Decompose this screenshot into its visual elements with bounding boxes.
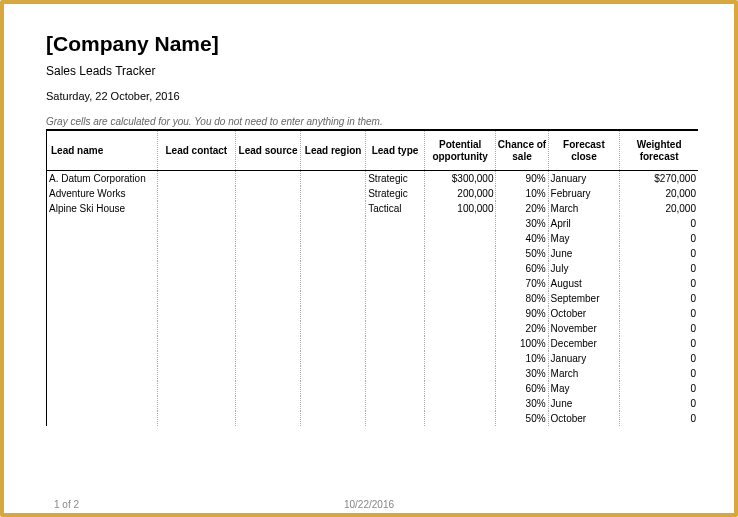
cell-forecast: June [548, 396, 620, 411]
cell-lead-source [235, 291, 300, 306]
cell-lead-contact [157, 396, 235, 411]
table-row: Alpine Ski HouseTactical100,00020%March2… [47, 201, 699, 216]
cell-lead-region [301, 186, 366, 201]
cell-weighted: 0 [620, 276, 698, 291]
cell-lead-contact [157, 306, 235, 321]
cell-lead-type [366, 276, 425, 291]
cell-potential [424, 351, 496, 366]
cell-forecast: January [548, 171, 620, 187]
page: [Company Name] Sales Leads Tracker Satur… [4, 4, 734, 513]
cell-chance: 20% [496, 321, 548, 336]
cell-weighted: 20,000 [620, 201, 698, 216]
cell-chance: 60% [496, 261, 548, 276]
cell-chance: 90% [496, 306, 548, 321]
cell-lead-contact [157, 246, 235, 261]
cell-potential [424, 411, 496, 426]
cell-lead-source [235, 276, 300, 291]
cell-lead-type: Tactical [366, 201, 425, 216]
cell-lead-type [366, 261, 425, 276]
cell-potential [424, 366, 496, 381]
cell-lead-type [366, 291, 425, 306]
cell-potential: 200,000 [424, 186, 496, 201]
table-row: 50%June0 [47, 246, 699, 261]
cell-lead-source [235, 216, 300, 231]
table-row: 30%June0 [47, 396, 699, 411]
cell-lead-source [235, 381, 300, 396]
cell-lead-region [301, 216, 366, 231]
cell-lead-type: Strategic [366, 186, 425, 201]
cell-lead-type [366, 381, 425, 396]
cell-lead-contact [157, 336, 235, 351]
cell-lead-name [47, 231, 158, 246]
col-lead-region: Lead region [301, 131, 366, 171]
cell-weighted: $270,000 [620, 171, 698, 187]
cell-chance: 70% [496, 276, 548, 291]
cell-lead-contact [157, 321, 235, 336]
cell-potential [424, 336, 496, 351]
cell-forecast: June [548, 246, 620, 261]
table-row: 40%May0 [47, 231, 699, 246]
cell-chance: 30% [496, 216, 548, 231]
cell-weighted: 0 [620, 336, 698, 351]
cell-lead-source [235, 306, 300, 321]
cell-lead-type [366, 231, 425, 246]
cell-potential [424, 261, 496, 276]
table-row: 100%December0 [47, 336, 699, 351]
cell-weighted: 0 [620, 366, 698, 381]
cell-weighted: 0 [620, 231, 698, 246]
cell-lead-source [235, 201, 300, 216]
cell-chance: 30% [496, 396, 548, 411]
cell-lead-contact [157, 186, 235, 201]
table-row: 30%April0 [47, 216, 699, 231]
table-row: 60%May0 [47, 381, 699, 396]
header-row: Lead name Lead contact Lead source Lead … [47, 131, 699, 171]
cell-lead-region [301, 366, 366, 381]
cell-lead-contact [157, 261, 235, 276]
cell-weighted: 0 [620, 351, 698, 366]
cell-forecast: October [548, 411, 620, 426]
cell-lead-type [366, 351, 425, 366]
cell-lead-contact [157, 231, 235, 246]
cell-forecast: September [548, 291, 620, 306]
col-lead-source: Lead source [235, 131, 300, 171]
cell-potential [424, 276, 496, 291]
cell-forecast: December [548, 336, 620, 351]
cell-weighted: 0 [620, 216, 698, 231]
cell-lead-source [235, 366, 300, 381]
cell-chance: 10% [496, 351, 548, 366]
table-row: A. Datum CorporationStrategic$300,00090%… [47, 171, 699, 187]
hint-text: Gray cells are calculated for you. You d… [46, 116, 698, 127]
cell-chance: 20% [496, 201, 548, 216]
cell-lead-source [235, 321, 300, 336]
cell-lead-region [301, 171, 366, 187]
cell-lead-name [47, 336, 158, 351]
cell-potential [424, 381, 496, 396]
cell-forecast: March [548, 366, 620, 381]
cell-lead-region [301, 396, 366, 411]
cell-lead-source [235, 231, 300, 246]
cell-lead-contact [157, 171, 235, 187]
cell-forecast: August [548, 276, 620, 291]
cell-weighted: 20,000 [620, 186, 698, 201]
cell-lead-source [235, 351, 300, 366]
cell-chance: 50% [496, 411, 548, 426]
cell-potential: $300,000 [424, 171, 496, 187]
col-potential: Potential opportunity [424, 131, 496, 171]
cell-weighted: 0 [620, 246, 698, 261]
cell-lead-contact [157, 411, 235, 426]
col-lead-type: Lead type [366, 131, 425, 171]
cell-lead-contact [157, 201, 235, 216]
cell-weighted: 0 [620, 396, 698, 411]
cell-lead-name [47, 396, 158, 411]
cell-forecast: March [548, 201, 620, 216]
cell-lead-name: Alpine Ski House [47, 201, 158, 216]
table-row: 60%July0 [47, 261, 699, 276]
table-row: 80%September0 [47, 291, 699, 306]
subtitle: Sales Leads Tracker [46, 64, 698, 78]
cell-lead-type [366, 396, 425, 411]
cell-lead-region [301, 276, 366, 291]
cell-lead-region [301, 411, 366, 426]
cell-lead-name [47, 411, 158, 426]
col-lead-name: Lead name [47, 131, 158, 171]
cell-lead-region [301, 336, 366, 351]
